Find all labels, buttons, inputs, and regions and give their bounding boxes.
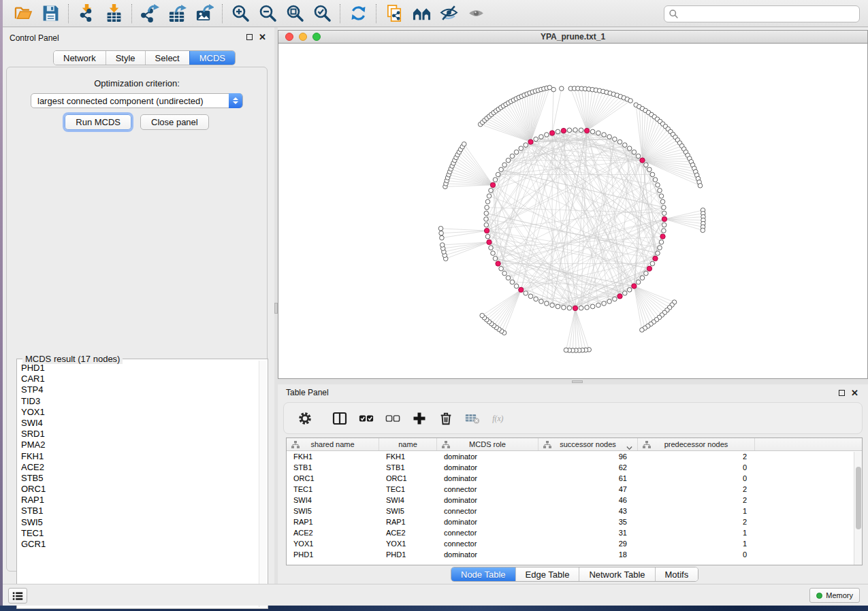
table-cell[interactable]: TEC1 bbox=[287, 484, 379, 495]
table-cell[interactable]: dominator bbox=[437, 451, 539, 462]
mcds-result-item[interactable]: GCR1 bbox=[18, 539, 258, 550]
new-network-from-selection-icon[interactable] bbox=[381, 3, 408, 24]
delete-icon[interactable] bbox=[438, 411, 453, 426]
mcds-result-item[interactable]: RAP1 bbox=[18, 495, 258, 506]
table-cell[interactable]: 2 bbox=[638, 495, 755, 506]
mcds-result-item[interactable]: YOX1 bbox=[18, 407, 258, 418]
table-cell[interactable]: dominator bbox=[437, 462, 539, 473]
table-row[interactable]: SWI4SWI4dominator462 bbox=[287, 495, 862, 506]
table-cell[interactable]: 46 bbox=[539, 495, 638, 506]
table-row[interactable]: TEC1TEC1connector472 bbox=[287, 484, 862, 495]
table-cell[interactable]: 43 bbox=[539, 506, 638, 516]
table-cell[interactable]: FKH1 bbox=[287, 451, 379, 462]
table-cell[interactable]: SWI5 bbox=[379, 506, 437, 516]
table-cell[interactable]: ACE2 bbox=[379, 527, 437, 538]
table-cell[interactable]: YOX1 bbox=[287, 538, 379, 549]
table-cell[interactable]: dominator bbox=[437, 473, 539, 484]
table-cell[interactable]: 61 bbox=[539, 473, 638, 484]
zoom-fit-content-icon[interactable] bbox=[281, 3, 308, 24]
table-cell[interactable]: dominator bbox=[437, 516, 539, 527]
table-row[interactable]: ACE2ACE2connector311 bbox=[287, 527, 862, 538]
hide-selected-nodes-and-edges-icon[interactable] bbox=[435, 3, 462, 24]
table-cell[interactable]: dominator bbox=[437, 495, 539, 506]
zoom-selected-region-icon[interactable] bbox=[308, 3, 336, 24]
horizontal-split-divider[interactable] bbox=[278, 379, 868, 384]
column-header-shared-name[interactable]: shared name bbox=[287, 438, 379, 450]
import-network-from-file-icon[interactable] bbox=[73, 3, 100, 24]
table-cell[interactable]: 1 bbox=[638, 527, 755, 538]
mcds-result-item[interactable]: STB5 bbox=[18, 473, 258, 484]
add-icon[interactable] bbox=[412, 411, 427, 426]
mcds-result-item[interactable]: CAR1 bbox=[18, 374, 258, 384]
table-cell[interactable]: 1 bbox=[638, 506, 755, 516]
table-cell[interactable]: 2 bbox=[638, 516, 755, 527]
settings-icon[interactable] bbox=[298, 411, 312, 426]
mcds-result-item[interactable]: SWI5 bbox=[18, 517, 258, 528]
table-row[interactable]: RAP1RAP1dominator352 bbox=[287, 516, 862, 527]
run-mcds-button[interactable]: Run MCDS bbox=[65, 114, 131, 130]
table-cell[interactable]: 29 bbox=[539, 538, 638, 549]
table-cell[interactable]: SWI5 bbox=[287, 506, 379, 516]
mcds-result-list[interactable]: PHD1CAR1STP4TID3YOX1SWI4SRD1PMA2FKH1ACE2… bbox=[18, 363, 258, 607]
table-cell[interactable]: dominator bbox=[437, 549, 539, 560]
table-cell[interactable]: 0 bbox=[638, 549, 755, 560]
tab-edge-table[interactable]: Edge Table bbox=[515, 567, 579, 581]
mcds-result-item[interactable]: PHD1 bbox=[18, 363, 258, 374]
column-header-successor-nodes[interactable]: successor nodes bbox=[539, 438, 638, 450]
table-cell[interactable]: connector bbox=[437, 538, 539, 549]
table-cell[interactable]: PHD1 bbox=[379, 549, 437, 560]
tab-node-table[interactable]: Node Table bbox=[451, 567, 515, 581]
zoom-in-icon[interactable] bbox=[227, 3, 254, 24]
mcds-result-item[interactable]: ORC1 bbox=[18, 484, 258, 495]
close-panel-icon[interactable]: ✕ bbox=[851, 390, 858, 396]
table-cell[interactable]: RAP1 bbox=[379, 516, 437, 527]
table-row[interactable]: YOX1YOX1connector291 bbox=[287, 538, 862, 549]
mcds-result-item[interactable]: TID3 bbox=[18, 396, 258, 407]
mcds-result-item[interactable]: ACE2 bbox=[18, 462, 258, 473]
apply-preferred-layout-icon[interactable] bbox=[344, 3, 372, 24]
table-cell[interactable]: 0 bbox=[638, 473, 755, 484]
divider-handle[interactable] bbox=[572, 380, 583, 383]
table-cell[interactable]: 2 bbox=[638, 484, 755, 495]
select-all-icon[interactable] bbox=[359, 411, 374, 426]
mcds-result-item[interactable]: SRD1 bbox=[18, 429, 258, 440]
mcds-result-item[interactable]: STB1 bbox=[18, 506, 258, 516]
zoom-out-icon[interactable] bbox=[254, 3, 281, 24]
search-input[interactable] bbox=[679, 7, 859, 21]
table-cell[interactable]: ACE2 bbox=[287, 527, 379, 538]
table-row[interactable]: PHD1PHD1dominator180 bbox=[287, 549, 862, 560]
tab-network[interactable]: Network bbox=[54, 51, 106, 65]
float-panel-icon[interactable] bbox=[839, 390, 845, 396]
search-box[interactable] bbox=[664, 5, 860, 22]
mcds-result-item[interactable]: PMA2 bbox=[18, 440, 258, 450]
table-cell[interactable]: STB1 bbox=[287, 462, 379, 473]
table-cell[interactable]: PHD1 bbox=[287, 549, 379, 560]
export-table-icon[interactable] bbox=[163, 3, 191, 24]
close-panel-button[interactable]: Close panel bbox=[140, 114, 209, 130]
table-cell[interactable]: TEC1 bbox=[379, 484, 437, 495]
table-cell[interactable]: SWI4 bbox=[287, 495, 379, 506]
column-header-MCDS-role[interactable]: MCDS role bbox=[437, 438, 539, 450]
deselect-all-icon[interactable] bbox=[385, 411, 400, 426]
tab-network-table[interactable]: Network Table bbox=[579, 567, 654, 581]
first-neighbors-of-selected-nodes-icon[interactable] bbox=[408, 3, 435, 24]
table-cell[interactable]: RAP1 bbox=[287, 516, 379, 527]
column-header-name[interactable]: name bbox=[379, 438, 437, 450]
table-row[interactable]: STB1STB1dominator620 bbox=[287, 462, 862, 473]
tab-style[interactable]: Style bbox=[106, 51, 145, 65]
mcds-result-item[interactable]: FKH1 bbox=[18, 451, 258, 462]
table-cell[interactable]: 1 bbox=[638, 538, 755, 549]
memory-button[interactable]: Memory bbox=[809, 588, 860, 603]
mcds-result-item[interactable]: TEC1 bbox=[18, 528, 258, 539]
table-scrollbar-thumb[interactable] bbox=[856, 467, 861, 529]
tab-motifs[interactable]: Motifs bbox=[655, 567, 698, 581]
save-session-icon[interactable] bbox=[37, 3, 64, 24]
close-panel-icon[interactable]: ✕ bbox=[259, 34, 266, 40]
mcds-result-item[interactable]: STP4 bbox=[18, 384, 258, 395]
table-cell[interactable]: 2 bbox=[638, 451, 755, 462]
table-cell[interactable]: 47 bbox=[539, 484, 638, 495]
table-row[interactable]: ORC1ORC1dominator610 bbox=[287, 473, 862, 484]
table-cell[interactable]: 18 bbox=[539, 549, 638, 560]
tab-mcds[interactable]: MCDS bbox=[189, 51, 235, 65]
table-cell[interactable]: 96 bbox=[539, 451, 638, 462]
